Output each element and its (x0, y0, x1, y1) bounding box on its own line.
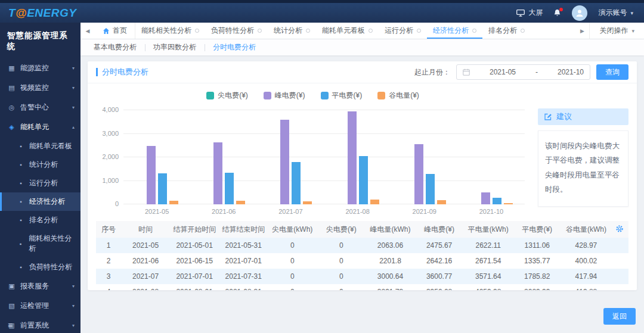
tab-item[interactable]: 经济性分析 (427, 23, 482, 39)
tab-close-icon[interactable] (195, 29, 199, 33)
tab-label: 能耗单元看板 (322, 26, 365, 36)
y-axis-tick: 3,000 (102, 130, 119, 137)
bar[interactable] (280, 120, 289, 204)
account-menu[interactable]: 演示账号 ▾ (598, 8, 633, 18)
sidebar-item[interactable]: ▪排名分析 (0, 211, 80, 229)
sidebar-item[interactable]: ▪经济性分析 (0, 192, 80, 211)
tab-item[interactable]: 统计分析 (268, 23, 316, 39)
bar[interactable] (303, 201, 312, 204)
sidebar-group-item[interactable]: ▦能源监控▾ (0, 58, 80, 78)
legend-item[interactable]: 尖电费(¥) (206, 91, 248, 101)
table-cell (611, 269, 628, 284)
x-axis-label: 2021-10 (458, 208, 525, 215)
bar[interactable] (481, 192, 490, 204)
table-cell: 0 (317, 238, 366, 253)
tab-item[interactable]: 能耗相关性分析 (135, 23, 205, 39)
bar[interactable] (504, 203, 513, 204)
tabs-scroll-right-icon[interactable]: ▶ (575, 28, 589, 34)
bar[interactable] (213, 142, 222, 204)
bar[interactable] (370, 200, 379, 204)
query-button[interactable]: 查询 (596, 64, 628, 80)
table-header-cell: 结算结束时间 (219, 221, 268, 238)
return-button[interactable]: 返回 (603, 308, 636, 325)
table-cell: 2021-07-01 (170, 269, 219, 284)
notifications-button[interactable] (553, 9, 561, 17)
table-cell: 0 (268, 269, 317, 284)
sidebar-item[interactable]: ▪能耗单元看板 (0, 137, 80, 155)
bar-group (123, 110, 190, 204)
sidebar-group-item[interactable]: ▤视频监控▾ (0, 78, 80, 98)
bar[interactable] (426, 174, 435, 204)
table-header-cell: 尖电费(¥) (317, 221, 366, 238)
big-screen-button[interactable]: 大屏 (516, 8, 543, 18)
bar[interactable] (292, 162, 301, 204)
tab-item[interactable]: 负荷特性分析 (205, 23, 268, 39)
tab-close-icon[interactable] (306, 29, 310, 33)
table-cell: 3600.77 (415, 269, 464, 284)
tab-close-icon[interactable] (369, 29, 373, 33)
subtab-item[interactable]: 分时电费分析 (205, 42, 264, 52)
bar[interactable] (169, 201, 178, 204)
edit-icon (544, 113, 552, 121)
sidebar-collapse-icon[interactable]: ≡ (8, 320, 13, 330)
bar[interactable] (158, 173, 167, 204)
table-cell: 2021-05-01 (170, 238, 219, 253)
table-cell: 428.97 (562, 238, 611, 253)
sidebar-item[interactable]: ▪运行分析 (0, 174, 80, 192)
sidebar-group-label: 报表服务 (20, 281, 49, 291)
tab-close-icon[interactable] (521, 29, 525, 33)
legend-label: 平电费(¥) (332, 91, 363, 101)
tab-item[interactable]: 运行分析 (379, 23, 427, 39)
table-settings-button[interactable] (611, 221, 628, 238)
tab-close-icon[interactable] (417, 29, 421, 33)
bar[interactable] (359, 156, 368, 204)
table-row[interactable]: 42021-082021-08-012021-08-31003291.73395… (96, 284, 628, 290)
sidebar-item[interactable]: ▪统计分析 (0, 155, 80, 174)
legend-swatch (321, 92, 329, 99)
sidebar-group-item[interactable]: ▧运检管理▾ (0, 296, 80, 316)
main-content: 分时电费分析 起止月份： 2021-05 - 2021-10 查询 (80, 55, 644, 333)
tabs-scroll-left-icon[interactable]: ◀ (80, 28, 95, 34)
sidebar-group-item[interactable]: ◎告警中心▾ (0, 98, 80, 117)
logo-text: T (8, 7, 16, 19)
table-cell: 2021-07-31 (219, 269, 268, 284)
close-operations-dropdown[interactable]: 关闭操作 ▾ (589, 23, 644, 39)
bar[interactable] (236, 201, 245, 204)
table-row[interactable]: 12021-052021-05-012021-05-31002063.06247… (96, 238, 628, 253)
bar[interactable] (147, 146, 156, 204)
billing-table-wrap[interactable]: 序号时间结算开始时间结算结束时间尖电量(kWh)尖电费(¥)峰电量(kWh)峰电… (96, 221, 628, 290)
tab-label: 负荷特性分析 (211, 26, 254, 36)
table-body: 12021-052021-05-012021-05-31002063.06247… (96, 238, 628, 290)
bar-group (458, 110, 525, 204)
bar[interactable] (414, 144, 423, 204)
legend-item[interactable]: 平电费(¥) (321, 91, 363, 101)
tab-close-icon[interactable] (258, 29, 262, 33)
avatar[interactable] (572, 5, 587, 21)
tab-home[interactable]: 首页 (95, 23, 135, 39)
logo-text-rest: ENERGY (27, 7, 76, 19)
tab-item[interactable]: 排名分析 (482, 23, 531, 39)
x-axis-label: 2021-05 (123, 208, 190, 215)
sidebar-group-label: 能源监控 (20, 63, 49, 73)
y-axis-tick: 1,000 (102, 177, 119, 184)
subtab-item[interactable]: 基本电费分析 (85, 42, 145, 52)
x-axis-label: 2021-06 (190, 208, 257, 215)
bar[interactable] (437, 200, 446, 205)
sidebar-group-item[interactable]: ▣报表服务▾ (0, 276, 80, 296)
bar[interactable] (493, 198, 501, 204)
calendar-icon (463, 69, 470, 76)
tab-close-icon[interactable] (472, 29, 476, 33)
sidebar-item[interactable]: ▪负荷特性分析 (0, 258, 80, 276)
legend-item[interactable]: 谷电量(¥) (377, 91, 419, 101)
subtab-bar: 基本电费分析功率因数分析分时电费分析 (80, 39, 644, 55)
tab-item[interactable]: 能耗单元看板 (316, 23, 379, 39)
bar[interactable] (225, 173, 234, 204)
table-row[interactable]: 22021-062021-06-152021-07-01002201.82642… (96, 253, 628, 269)
sidebar-group-item[interactable]: ◈能耗单元▴ (0, 117, 80, 137)
month-range-input[interactable]: 2021-05 - 2021-10 (456, 64, 590, 80)
bar[interactable] (348, 111, 357, 204)
subtab-item[interactable]: 功率因数分析 (145, 42, 205, 52)
sidebar-item[interactable]: ▪能耗相关性分析 (0, 229, 80, 258)
table-row[interactable]: 32021-072021-07-012021-07-31003000.64360… (96, 269, 628, 284)
legend-item[interactable]: 峰电费(¥) (264, 91, 305, 101)
